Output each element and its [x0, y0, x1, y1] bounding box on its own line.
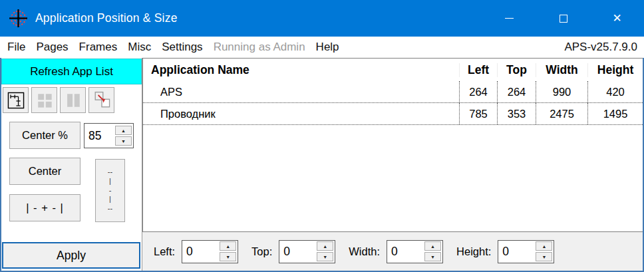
cell-app-name: Проводник [143, 103, 459, 124]
top-field-label: Top: [251, 245, 272, 258]
tile-columns-button[interactable] [60, 87, 86, 113]
spin-down-icon: ▼ [430, 255, 435, 259]
spin-down-icon: ▼ [542, 255, 546, 259]
table-row[interactable]: APS 264 264 990 420 [143, 81, 643, 103]
close-icon: ✕ [612, 11, 621, 25]
move-resize-icon [91, 90, 112, 111]
center-percent-value[interactable]: 85 [84, 124, 115, 148]
move-resize-button[interactable] [88, 87, 114, 113]
width-value[interactable]: 0 [387, 241, 424, 263]
spin-up-button[interactable]: ▲ [220, 241, 236, 251]
left-field: Left: 0 ▲ ▼ [154, 240, 238, 263]
icon-button-row [3, 87, 114, 113]
center-percent-button[interactable]: Center % [9, 122, 80, 149]
height-field-label: Height: [456, 245, 491, 258]
bottom-bar: Left: 0 ▲ ▼ Top: 0 ▲ [142, 232, 643, 271]
cell-left: 264 [459, 81, 497, 102]
top-stepper[interactable]: 0 ▲ ▼ [279, 240, 335, 263]
cell-width: 2475 [536, 103, 587, 124]
refresh-app-list-button[interactable]: Refresh App List [1, 59, 142, 84]
table-header-row: Application Name Left Top Width Height [143, 59, 643, 81]
spin-down-button[interactable]: ▼ [115, 136, 132, 146]
spin-down-button[interactable]: ▼ [536, 252, 552, 261]
window-controls: ✕ [482, 0, 644, 37]
vcenter-glyph-line: | [109, 195, 111, 204]
top-value[interactable]: 0 [279, 241, 317, 263]
stepper-arrows: ▲ ▼ [536, 241, 554, 263]
spin-up-icon: ▲ [226, 244, 230, 249]
stepper-arrows: ▲ ▼ [424, 241, 442, 263]
stepper-arrows: ▲ ▼ [220, 241, 238, 263]
titlebar: Application Position & Size ✕ [0, 0, 644, 37]
window-title: Application Position & Size [35, 11, 178, 25]
tile-quad-icon [34, 90, 55, 111]
width-stepper[interactable]: 0 ▲ ▼ [387, 240, 443, 263]
width-field: Width: 0 ▲ ▼ [349, 240, 443, 263]
tile-quad-button[interactable] [31, 87, 57, 113]
tile-columns-icon [63, 90, 84, 111]
menubar: File Pages Frames Misc Settings Running … [0, 37, 644, 58]
col-header-width[interactable]: Width [536, 63, 587, 77]
col-header-height[interactable]: Height [587, 63, 643, 77]
spin-up-button[interactable]: ▲ [424, 241, 441, 251]
measure-window-button[interactable] [3, 87, 29, 113]
cell-width: 990 [536, 81, 587, 102]
top-field: Top: 0 ▲ ▼ [251, 240, 335, 263]
left-panel: Refresh App List [1, 58, 142, 271]
apply-button[interactable]: Apply [2, 242, 140, 269]
left-field-label: Left: [154, 245, 175, 258]
spin-down-icon: ▼ [323, 255, 327, 259]
width-field-label: Width: [349, 245, 380, 258]
vcenter-glyph-line: | [109, 177, 111, 186]
spin-down-button[interactable]: ▼ [317, 252, 333, 261]
vcenter-glyph-line: - [109, 186, 112, 196]
spin-down-button[interactable]: ▼ [220, 252, 236, 261]
spin-up-icon: ▲ [542, 244, 546, 249]
menu-running-as-admin: Running as Admin [208, 41, 311, 54]
col-header-application-name[interactable]: Application Name [143, 63, 459, 77]
horizontal-center-button[interactable]: | - + - | [9, 194, 80, 221]
left-stepper[interactable]: 0 ▲ ▼ [182, 240, 238, 263]
menu-help[interactable]: Help [311, 41, 345, 54]
cell-top: 353 [497, 103, 536, 124]
spin-down-icon: ▼ [226, 255, 230, 259]
menu-frames[interactable]: Frames [74, 41, 123, 54]
stepper-arrows: ▲ ▼ [317, 241, 335, 263]
maximize-button[interactable] [536, 0, 590, 37]
col-header-left[interactable]: Left [459, 63, 497, 77]
cell-top: 264 [497, 81, 536, 102]
cell-height: 1495 [587, 103, 643, 124]
minimize-button[interactable] [482, 0, 536, 37]
cell-left: 785 [459, 103, 497, 124]
spin-down-button[interactable]: ▼ [424, 252, 441, 261]
left-value[interactable]: 0 [182, 241, 220, 263]
menu-pages[interactable]: Pages [31, 41, 73, 54]
app-crosshair-icon [9, 9, 28, 28]
close-button[interactable]: ✕ [590, 0, 644, 37]
spin-up-icon: ▲ [121, 128, 126, 133]
menu-file[interactable]: File [2, 41, 31, 54]
menu-misc[interactable]: Misc [122, 41, 156, 54]
vcenter-glyph-line: -- [108, 168, 112, 177]
spin-down-icon: ▼ [121, 139, 126, 144]
spin-up-button[interactable]: ▲ [317, 241, 333, 251]
height-value[interactable]: 0 [498, 241, 536, 263]
stepper-arrows: ▲ ▼ [115, 124, 133, 148]
spin-up-button[interactable]: ▲ [536, 241, 552, 251]
center-button[interactable]: Center [9, 158, 80, 185]
vertical-center-button[interactable]: -- | - | -- [95, 159, 125, 222]
cell-height: 420 [587, 81, 643, 102]
spin-up-icon: ▲ [430, 244, 435, 249]
maximize-icon [560, 15, 567, 23]
center-percent-stepper[interactable]: 85 ▲ ▼ [84, 123, 134, 148]
table-row[interactable]: Проводник 785 353 2475 1495 [143, 103, 643, 125]
menu-settings[interactable]: Settings [156, 41, 208, 54]
spin-up-icon: ▲ [323, 244, 327, 249]
height-stepper[interactable]: 0 ▲ ▼ [498, 240, 554, 263]
height-field: Height: 0 ▲ ▼ [456, 240, 554, 263]
col-header-top[interactable]: Top [497, 63, 536, 77]
measure-window-icon [5, 90, 27, 111]
content: Refresh App List [1, 58, 643, 271]
vcenter-glyph-line: -- [108, 204, 112, 213]
spin-up-button[interactable]: ▲ [115, 126, 132, 135]
